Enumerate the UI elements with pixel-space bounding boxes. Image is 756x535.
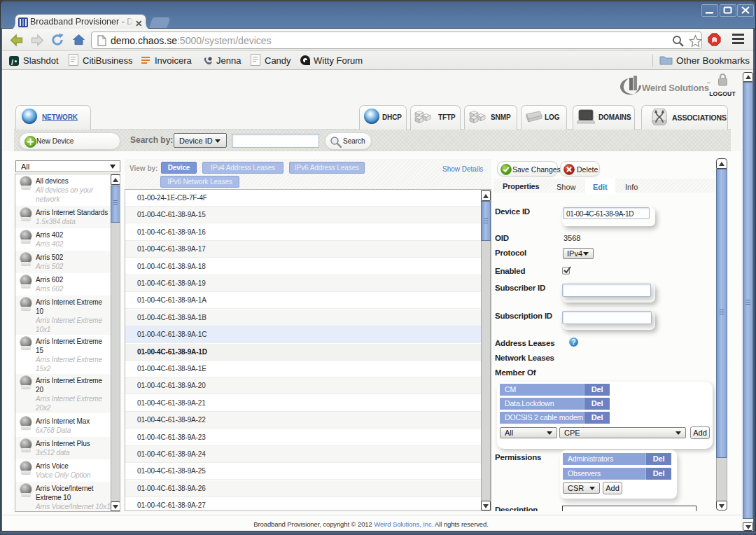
- svg-text:Weird Solutions: Weird Solutions: [642, 83, 709, 93]
